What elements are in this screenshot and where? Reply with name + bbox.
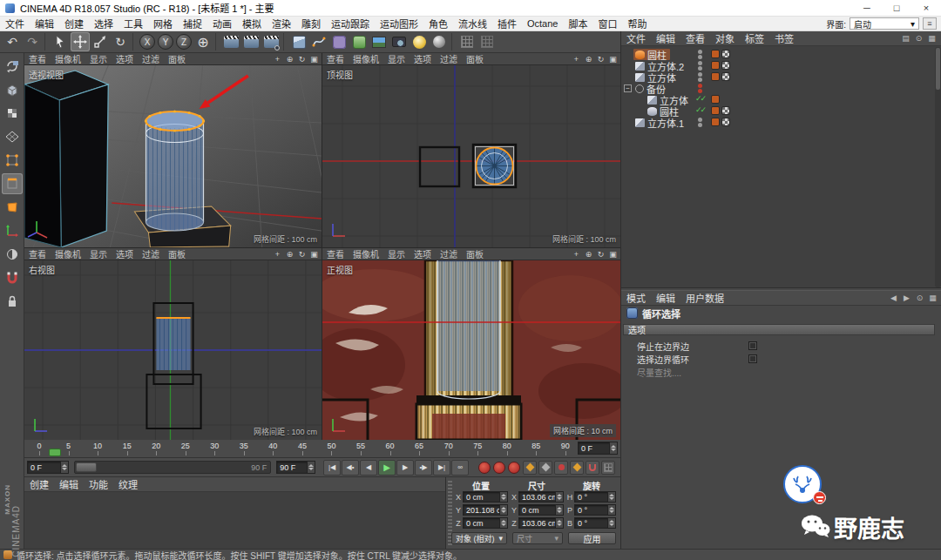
current-frame-field[interactable]: 0 F (27, 461, 69, 474)
play-button[interactable]: ▶ (378, 460, 396, 476)
maximize-view-icon[interactable]: ▣ (607, 54, 619, 64)
spline-pen-icon[interactable] (309, 32, 328, 51)
expand-toggle-icon[interactable]: − (624, 84, 632, 92)
options-section-header[interactable]: 选项 (623, 324, 935, 335)
pan-view-icon[interactable]: + (571, 249, 582, 260)
rotation-h-field[interactable]: 0 ° (574, 491, 616, 503)
interface-dropdown[interactable]: 启动 ▾ (850, 17, 919, 30)
selection-tag-icon[interactable] (711, 118, 720, 126)
goto-end-button[interactable]: ▶| (433, 460, 450, 476)
timeline-tick[interactable]: 30 (206, 442, 222, 450)
menu-item[interactable]: Octane (522, 17, 563, 31)
position-z-field[interactable]: 0 cm (463, 517, 508, 529)
snap-toggle[interactable] (586, 461, 599, 475)
top-canvas[interactable]: 顶视图 网格间距 : 100 cm (322, 65, 620, 247)
lock-icon[interactable]: ⊙ (914, 293, 925, 302)
size-mode-dropdown[interactable]: 尺寸▾ (512, 532, 563, 544)
menu-item[interactable]: 帮助 (622, 17, 652, 31)
viewport-menu-item[interactable]: 摄像机 (51, 53, 85, 65)
visibility-dots[interactable] (698, 61, 702, 71)
y-axis-lock-button[interactable]: Y (158, 34, 173, 50)
edges-mode-icon[interactable] (2, 173, 23, 194)
enabled-checks[interactable]: ✓✓ (695, 105, 705, 114)
viewport-menu-item[interactable]: 查看 (24, 248, 51, 260)
spinner[interactable] (499, 505, 507, 515)
menu-item[interactable]: 动画 (207, 17, 237, 31)
maximize-view-icon[interactable]: ▣ (308, 54, 320, 64)
keyframe-rotation-toggle[interactable] (554, 461, 568, 475)
timeline-tick[interactable]: 75 (470, 442, 485, 450)
history-back-icon[interactable]: ◀ (888, 293, 899, 302)
option-row[interactable]: 停止在边界边 (621, 340, 941, 352)
timeline-tick[interactable]: 10 (90, 442, 105, 450)
right-canvas[interactable]: 右视图 网格间距 : 100 cm (24, 260, 322, 440)
points-mode-icon[interactable] (2, 150, 23, 171)
goto-start-button[interactable]: |◀ (323, 460, 341, 476)
menu-item[interactable]: 流水线 (453, 17, 492, 31)
workplane-lock-icon[interactable] (2, 291, 23, 312)
coordinate-mode-dropdown[interactable]: 对象 (相对)▾ (451, 532, 507, 544)
menu-item[interactable]: 编辑 (30, 17, 59, 31)
next-frame-button[interactable]: ▶ (396, 460, 414, 476)
spinner[interactable] (609, 442, 617, 454)
menu-item[interactable]: 文件 (0, 17, 30, 31)
timeline-tick[interactable]: 50 (323, 442, 339, 450)
texture-tag-icon[interactable] (721, 118, 730, 126)
subdivision-surface-icon[interactable] (329, 32, 349, 51)
render-settings-icon[interactable] (261, 32, 281, 51)
spinner[interactable] (555, 505, 563, 515)
timeline-slider[interactable]: 90 F (74, 461, 271, 474)
rotate-view-icon[interactable]: ↻ (595, 54, 606, 64)
selection-tag-icon[interactable] (711, 72, 720, 81)
zoom-view-icon[interactable]: ⊕ (583, 249, 594, 260)
make-editable-icon[interactable] (2, 56, 23, 77)
keyframe-scale-toggle[interactable] (538, 461, 552, 475)
viewport-menu-item[interactable]: 面板 (462, 53, 488, 65)
redo-icon[interactable]: ↷ (23, 32, 42, 51)
viewport-menu-item[interactable]: 显示 (383, 248, 410, 260)
autokey-button[interactable] (493, 462, 505, 474)
rotation-b-field[interactable]: 0 ° (574, 517, 616, 529)
previous-key-button[interactable]: ◀• (342, 460, 359, 476)
timeline-frame-box[interactable]: 0 F (578, 442, 618, 455)
render-picture-viewer-icon[interactable] (241, 32, 261, 51)
viewport-menu-item[interactable]: 选项 (112, 248, 138, 260)
texture-tag-icon[interactable] (721, 61, 730, 70)
menu-item[interactable]: 角色 (423, 17, 453, 31)
viewport-menu-item[interactable]: 选项 (112, 53, 138, 65)
attribute-menu-item[interactable]: 编辑 (651, 291, 680, 305)
material-menu-item[interactable]: 创建 (24, 477, 54, 491)
pan-view-icon[interactable]: + (571, 54, 582, 64)
viewport-menu-item[interactable]: 查看 (322, 53, 349, 65)
undo-icon[interactable]: ↶ (3, 32, 22, 51)
timeline-tick[interactable]: 5 (61, 442, 77, 450)
viewport-menu-item[interactable]: 选项 (410, 53, 436, 65)
perspective-canvas[interactable]: 透视视图 网格间距 : 100 cm (24, 65, 322, 247)
spinner[interactable] (307, 462, 315, 473)
menu-item[interactable]: 工具 (118, 17, 148, 31)
spinner[interactable] (607, 518, 615, 528)
object-manager-menu-item[interactable]: 编辑 (651, 31, 680, 45)
spinner[interactable] (555, 492, 563, 502)
visibility-dots[interactable] (698, 72, 702, 82)
selection-tag-icon[interactable] (711, 106, 720, 115)
object-manager-menu-item[interactable]: 查看 (680, 31, 710, 45)
timeline-tick[interactable]: 0 (31, 442, 47, 450)
menu-item[interactable]: 雕刻 (296, 17, 326, 31)
record-keyframe-button[interactable] (478, 462, 491, 474)
close-button[interactable]: × (911, 0, 941, 16)
maximize-button[interactable]: □ (882, 0, 911, 16)
enabled-checks[interactable]: ✓✓ (695, 94, 705, 103)
history-forward-icon[interactable]: ▶ (901, 293, 912, 302)
timeline-tick[interactable]: 15 (119, 442, 135, 450)
visibility-dots[interactable] (698, 118, 702, 127)
menu-item[interactable]: 渲染 (267, 17, 296, 31)
viewport-menu-item[interactable]: 选项 (410, 248, 436, 260)
current-frame-marker[interactable] (49, 449, 61, 456)
snap-magnet-icon[interactable] (2, 267, 23, 288)
pan-view-icon[interactable]: + (272, 54, 283, 64)
timeline-tick[interactable]: 55 (353, 442, 369, 450)
timeline-tick[interactable]: 25 (178, 442, 193, 450)
timeline-tick[interactable]: 85 (528, 442, 544, 450)
timeline-tick[interactable]: 80 (499, 442, 515, 450)
